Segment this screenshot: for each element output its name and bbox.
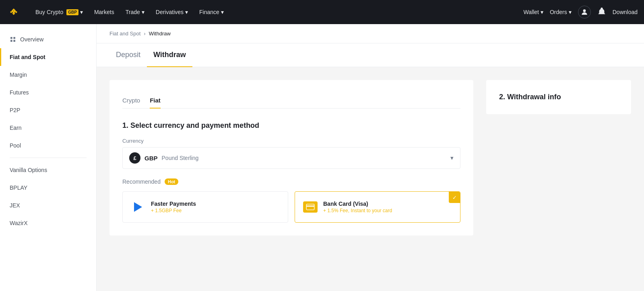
download-nav-item[interactable]: Download — [613, 9, 638, 15]
nav-right: Wallet ▾ Orders ▾ Download — [524, 6, 638, 18]
currency-label: Currency — [122, 138, 460, 144]
wallet-chevron: ▾ — [541, 9, 543, 15]
faster-payments-name: Faster Payments — [151, 201, 196, 207]
currency-name: Pound Sterling — [162, 155, 199, 161]
svg-point-1 — [583, 9, 586, 12]
bank-card-info: Bank Card (Visa) + 1.5% Fee, Instant to … — [323, 201, 392, 213]
svg-rect-2 — [10, 37, 12, 39]
payment-card-bank-card[interactable]: Bank Card (Visa) + 1.5% Fee, Instant to … — [295, 191, 460, 223]
trade-chevron: ▾ — [142, 9, 144, 15]
orders-nav-item[interactable]: Orders ▾ — [550, 9, 572, 15]
inner-tab-crypto[interactable]: Crypto — [122, 93, 140, 109]
sidebar-item-jex[interactable]: JEX — [0, 197, 96, 214]
nav-items: Buy Crypto GBP ▾ Markets Trade ▾ Derivat… — [31, 6, 514, 18]
page-tabs: Deposit Withdraw — [97, 43, 644, 67]
section2-title: 2. Withdrawal info — [499, 93, 618, 101]
main-content: Fiat and Spot › Withdraw Deposit Withdra… — [97, 24, 644, 291]
page-layout: Overview Fiat and Spot Margin Futures P2… — [0, 24, 644, 291]
breadcrumb: Fiat and Spot › Withdraw — [97, 24, 644, 43]
content-area: Crypto Fiat 1. Select currency and payme… — [97, 67, 644, 248]
faster-payments-fee: + 1.5GBP Fee — [151, 208, 196, 213]
nav-markets[interactable]: Markets — [89, 6, 119, 18]
payment-card-faster-payments[interactable]: Faster Payments + 1.5GBP Fee — [122, 191, 288, 223]
right-card: 2. Withdrawal info — [486, 80, 631, 114]
svg-rect-6 — [306, 204, 314, 210]
hot-badge: Hot — [165, 178, 178, 185]
orders-chevron: ▾ — [569, 9, 572, 15]
sidebar-item-vanilla-options[interactable]: Vanilla Options — [0, 161, 96, 179]
inner-tab-fiat[interactable]: Fiat — [150, 93, 161, 109]
svg-rect-5 — [13, 40, 15, 42]
faster-payments-info: Faster Payments + 1.5GBP Fee — [151, 201, 196, 213]
sidebar-divider — [10, 158, 87, 158]
derivatives-chevron: ▾ — [185, 9, 188, 15]
nav-buy-crypto[interactable]: Buy Crypto GBP ▾ — [31, 6, 88, 18]
sidebar-item-bplay[interactable]: BPLAY — [0, 179, 96, 197]
svg-rect-7 — [306, 205, 314, 207]
bank-card-name: Bank Card (Visa) — [323, 201, 392, 207]
sidebar-item-futures[interactable]: Futures — [0, 84, 96, 101]
left-card: Crypto Fiat 1. Select currency and payme… — [109, 80, 473, 236]
tab-deposit[interactable]: Deposit — [109, 43, 147, 67]
breadcrumb-parent[interactable]: Fiat and Spot — [109, 31, 140, 37]
overview-icon — [10, 36, 16, 43]
svg-rect-3 — [13, 37, 15, 39]
wallet-nav-item[interactable]: Wallet ▾ — [524, 9, 543, 15]
nav-derivatives[interactable]: Derivatives ▾ — [151, 6, 193, 18]
bank-card-fee: + 1.5% Fee, Instant to your card — [323, 208, 392, 213]
section1-title: 1. Select currency and payment method — [122, 121, 460, 130]
nav-trade[interactable]: Trade ▾ — [121, 6, 149, 18]
logo[interactable] — [6, 5, 21, 19]
currency-dropdown-arrow: ▾ — [450, 154, 454, 162]
avatar[interactable] — [578, 6, 591, 18]
sidebar-item-earn[interactable]: Earn — [0, 119, 96, 137]
sidebar-item-p2p[interactable]: P2P — [0, 101, 96, 119]
payment-cards: Faster Payments + 1.5GBP Fee — [122, 191, 460, 223]
faster-payments-icon — [131, 200, 145, 214]
sidebar-item-pool[interactable]: Pool — [0, 137, 96, 154]
sidebar-item-margin[interactable]: Margin — [0, 66, 96, 84]
breadcrumb-chevron: › — [144, 31, 145, 37]
recommended-row: Recommended Hot — [122, 178, 460, 185]
notifications-bell[interactable] — [597, 7, 606, 18]
sidebar: Overview Fiat and Spot Margin Futures P2… — [0, 24, 97, 291]
svg-rect-4 — [10, 40, 12, 42]
sidebar-item-overview[interactable]: Overview — [0, 31, 96, 48]
tab-withdraw[interactable]: Withdraw — [147, 43, 192, 67]
bank-card-icon — [303, 200, 318, 214]
currency-symbol-circle: £ — [129, 152, 140, 164]
right-panel: 2. Withdrawal info — [486, 80, 631, 236]
recommended-label: Recommended — [122, 178, 161, 185]
currency-select-dropdown[interactable]: £ GBP Pound Sterling ▾ — [122, 147, 460, 169]
nav-finance[interactable]: Finance ▾ — [194, 6, 229, 18]
topnav: Buy Crypto GBP ▾ Markets Trade ▾ Derivat… — [0, 0, 644, 24]
sidebar-item-fiat-and-spot[interactable]: Fiat and Spot — [0, 48, 96, 66]
gbp-badge: GBP — [66, 9, 78, 15]
currency-code: GBP — [144, 155, 158, 162]
buy-crypto-chevron: ▾ — [80, 9, 83, 15]
bank-icon-wrap — [303, 201, 318, 213]
sidebar-item-wazirx[interactable]: WazirX — [0, 214, 96, 232]
finance-chevron: ▾ — [221, 9, 224, 15]
inner-tabs: Crypto Fiat — [122, 93, 460, 109]
breadcrumb-current: Withdraw — [149, 31, 171, 37]
svg-rect-8 — [308, 208, 309, 209]
